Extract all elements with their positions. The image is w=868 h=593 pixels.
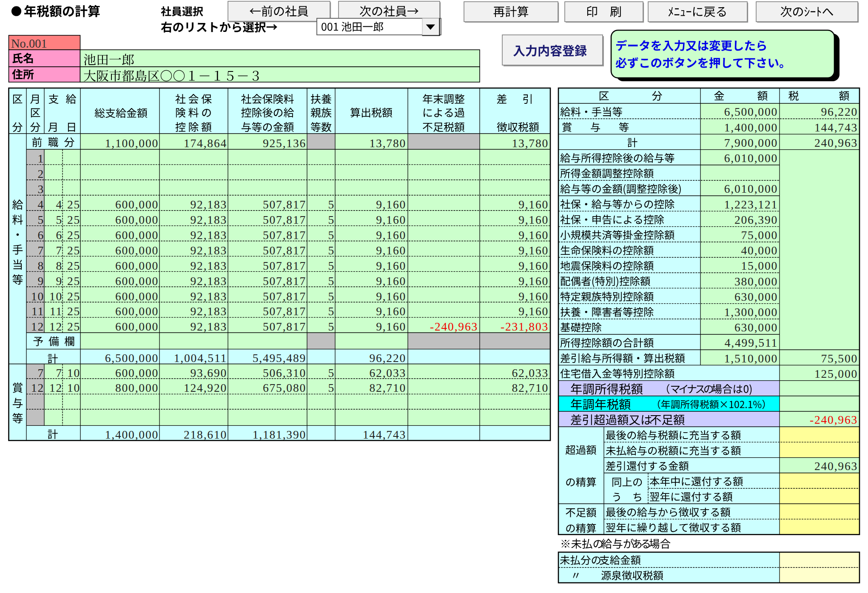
svg-text:507,817: 507,817 — [263, 213, 306, 226]
svg-text:206,390: 206,390 — [734, 213, 778, 226]
svg-text:82,710: 82,710 — [512, 381, 549, 394]
svg-text:6,010,000: 6,010,000 — [724, 151, 778, 165]
svg-text:8: 8 — [37, 259, 44, 272]
svg-text:144,743: 144,743 — [363, 428, 406, 441]
svg-text:25: 25 — [67, 259, 80, 272]
svg-text:240,963: 240,963 — [814, 136, 858, 149]
svg-text:7,900,000: 7,900,000 — [724, 136, 778, 149]
svg-text:-240,963: -240,963 — [810, 413, 858, 426]
svg-text:3: 3 — [37, 182, 44, 196]
svg-text:9,160: 9,160 — [376, 290, 406, 303]
svg-text:1,510,000: 1,510,000 — [724, 352, 778, 365]
svg-text:675,080: 675,080 — [263, 381, 306, 394]
svg-text:12: 12 — [31, 320, 44, 333]
svg-text:92,183: 92,183 — [191, 228, 227, 242]
svg-text:-240,963: -240,963 — [430, 320, 478, 333]
svg-text:5: 5 — [328, 213, 335, 226]
svg-text:25: 25 — [67, 213, 80, 226]
svg-text:507,817: 507,817 — [263, 259, 306, 272]
svg-text:92,183: 92,183 — [191, 213, 227, 226]
svg-text:25: 25 — [67, 198, 80, 211]
svg-text:12: 12 — [31, 381, 44, 394]
svg-text:800,000: 800,000 — [115, 381, 159, 394]
svg-text:82,710: 82,710 — [370, 381, 406, 394]
svg-text:125,000: 125,000 — [814, 367, 858, 380]
svg-text:600,000: 600,000 — [115, 305, 159, 318]
svg-text:10: 10 — [67, 366, 80, 379]
svg-text:25: 25 — [67, 274, 80, 288]
svg-text:7: 7 — [37, 366, 44, 379]
svg-text:507,817: 507,817 — [263, 198, 306, 211]
svg-text:630,000: 630,000 — [734, 321, 778, 334]
svg-text:144,743: 144,743 — [814, 121, 858, 134]
svg-text:15,000: 15,000 — [741, 259, 778, 272]
svg-text:10: 10 — [67, 381, 80, 394]
svg-text:92,183: 92,183 — [191, 290, 227, 303]
svg-text:9,160: 9,160 — [376, 320, 406, 333]
svg-text:25: 25 — [67, 228, 80, 242]
svg-text:9,160: 9,160 — [376, 198, 406, 211]
svg-text:6,010,000: 6,010,000 — [724, 182, 778, 195]
svg-text:4,499,511: 4,499,511 — [725, 336, 778, 349]
svg-text:No.001: No.001 — [11, 37, 47, 50]
svg-text:9,160: 9,160 — [376, 274, 406, 288]
svg-text:507,817: 507,817 — [263, 228, 306, 242]
svg-text:9,160: 9,160 — [376, 259, 406, 272]
svg-text:507,817: 507,817 — [263, 320, 306, 333]
svg-text:600,000: 600,000 — [115, 259, 159, 272]
svg-text:25: 25 — [67, 244, 80, 257]
svg-text:13,780: 13,780 — [512, 137, 549, 150]
svg-text:1,300,000: 1,300,000 — [724, 305, 778, 319]
svg-text:5: 5 — [328, 198, 335, 211]
svg-text:5: 5 — [328, 320, 335, 333]
svg-text:75,000: 75,000 — [741, 228, 778, 242]
svg-text:13,780: 13,780 — [370, 137, 406, 150]
svg-text:10: 10 — [49, 290, 63, 303]
svg-text:5: 5 — [328, 228, 335, 242]
svg-text:40,000: 40,000 — [741, 244, 778, 257]
svg-text:-231,803: -231,803 — [501, 320, 549, 333]
svg-text:2: 2 — [37, 167, 44, 180]
svg-text:62,033: 62,033 — [512, 366, 549, 379]
svg-text:5: 5 — [328, 274, 335, 288]
svg-text:25: 25 — [67, 320, 80, 333]
svg-text:506,310: 506,310 — [263, 366, 306, 379]
svg-text:380,000: 380,000 — [734, 275, 778, 288]
svg-text:6,500,000: 6,500,000 — [105, 351, 159, 365]
svg-text:5: 5 — [328, 259, 335, 272]
svg-text:124,920: 124,920 — [184, 381, 227, 394]
svg-text:600,000: 600,000 — [115, 244, 159, 257]
svg-text:5: 5 — [328, 290, 335, 303]
svg-text:9,160: 9,160 — [376, 305, 406, 318]
svg-text:9: 9 — [56, 274, 63, 288]
svg-text:5: 5 — [37, 213, 44, 226]
svg-text:8: 8 — [56, 259, 63, 272]
svg-text:96,220: 96,220 — [821, 105, 858, 118]
svg-text:4: 4 — [56, 198, 63, 211]
svg-text:92,183: 92,183 — [191, 259, 227, 272]
svg-text:5: 5 — [328, 244, 335, 257]
svg-text:507,817: 507,817 — [263, 290, 306, 303]
svg-text:92,183: 92,183 — [191, 198, 227, 211]
svg-text:25: 25 — [67, 305, 80, 318]
svg-text:218,610: 218,610 — [184, 428, 227, 441]
svg-text:12: 12 — [49, 320, 63, 333]
svg-text:6,500,000: 6,500,000 — [724, 105, 778, 118]
svg-text:1,400,000: 1,400,000 — [105, 428, 159, 441]
svg-text:9,160: 9,160 — [518, 228, 549, 242]
svg-text:9,160: 9,160 — [518, 213, 549, 226]
svg-text:9: 9 — [37, 274, 44, 288]
svg-text:507,817: 507,817 — [263, 244, 306, 257]
svg-text:600,000: 600,000 — [115, 290, 159, 303]
svg-text:93,690: 93,690 — [191, 366, 227, 379]
svg-text:11: 11 — [31, 305, 44, 318]
svg-text:7: 7 — [56, 366, 63, 379]
svg-text:1,223,121: 1,223,121 — [724, 198, 778, 211]
svg-text:10: 10 — [31, 290, 44, 303]
svg-text:11: 11 — [50, 305, 63, 318]
svg-text:5: 5 — [56, 213, 63, 226]
svg-text:9,160: 9,160 — [376, 213, 406, 226]
svg-text:9,160: 9,160 — [518, 244, 549, 257]
svg-text:630,000: 630,000 — [734, 290, 778, 303]
svg-text:600,000: 600,000 — [115, 366, 159, 379]
